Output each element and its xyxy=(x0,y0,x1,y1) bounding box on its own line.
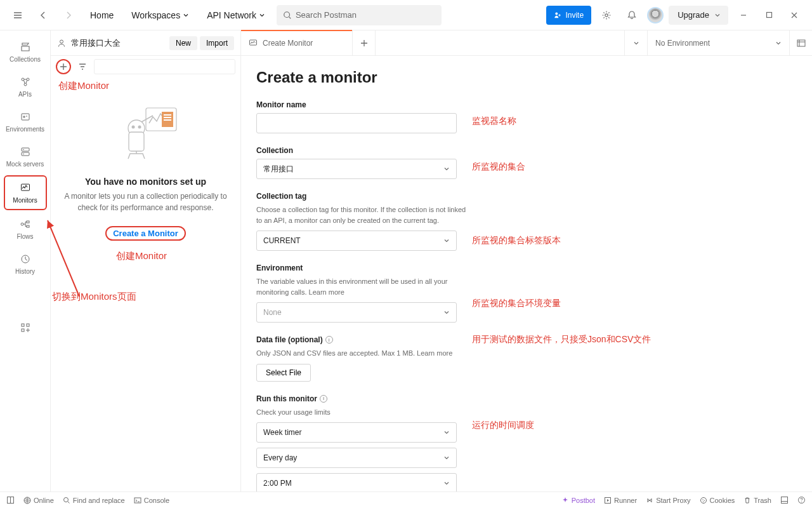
svg-point-28 xyxy=(138,126,141,129)
forward-icon[interactable] xyxy=(58,5,79,25)
new-button[interactable]: New xyxy=(169,36,197,50)
svg-point-43 xyxy=(801,502,802,502)
select-file-button[interactable]: Select File xyxy=(256,364,311,382)
svg-rect-31 xyxy=(797,40,805,46)
invite-label: Invite xyxy=(565,11,584,20)
svg-rect-7 xyxy=(22,114,29,120)
page-title: Create a monitor xyxy=(256,69,797,86)
sb-online[interactable]: Online xyxy=(23,497,54,504)
run-day-select[interactable]: Every day xyxy=(256,448,457,468)
sparkle-icon xyxy=(561,497,569,504)
search-placeholder: Search Postman xyxy=(296,10,357,20)
sidebar-item-flows[interactable]: Flows xyxy=(4,213,47,245)
sb-console-label: Console xyxy=(144,497,169,504)
chevron-down-icon xyxy=(443,309,450,316)
sidebar-item-apis[interactable]: APIs xyxy=(4,70,47,103)
sb-layout2-icon[interactable] xyxy=(780,496,789,504)
create-plus-icon[interactable] xyxy=(56,59,71,74)
sidebar-item-label: Flows xyxy=(16,233,33,240)
sb-postbot[interactable]: Postbot xyxy=(561,497,595,504)
topbar: Home Workspaces API Network Search Postm… xyxy=(0,0,812,30)
svg-rect-9 xyxy=(22,152,29,156)
filter-icon[interactable] xyxy=(76,60,89,73)
sidebar-item-mock-servers[interactable]: Mock servers xyxy=(4,140,47,173)
svg-point-34 xyxy=(63,497,68,502)
hamburger-icon[interactable] xyxy=(8,5,28,25)
sidebar-item-history[interactable]: History xyxy=(4,248,47,280)
add-tab-button[interactable] xyxy=(353,30,376,55)
environment-selector[interactable]: No Environment xyxy=(647,30,789,55)
workspace-header: 常用接口大全 New Import xyxy=(51,30,240,56)
upgrade-label: Upgrade xyxy=(678,10,709,20)
sb-proxy[interactable]: Start Proxy xyxy=(646,497,690,504)
run-day-value: Every day xyxy=(263,453,297,462)
import-button[interactable]: Import xyxy=(200,36,234,50)
sidebar-panel: 常用接口大全 New Import 创建Monitor You have no … xyxy=(51,30,241,491)
sb-cookies[interactable]: Cookies xyxy=(700,497,735,504)
sb-find[interactable]: Find and replace xyxy=(63,497,125,504)
run-time-select[interactable]: 2:00 PM xyxy=(256,473,457,491)
sidebar-item-collections[interactable]: Collections xyxy=(4,36,47,68)
svg-point-0 xyxy=(284,11,290,17)
environment-select[interactable]: None xyxy=(256,302,457,323)
annotation: 监视器名称 xyxy=(472,116,516,127)
collection-tag-label: Collection tag xyxy=(256,192,797,201)
tab-create-monitor[interactable]: Create Monitor xyxy=(241,30,353,55)
environment-quicklook-icon[interactable] xyxy=(789,30,812,55)
nav-workspaces[interactable]: Workspaces xyxy=(125,6,195,24)
tabs-dropdown[interactable] xyxy=(624,30,647,55)
run-time-value: 2:00 PM xyxy=(263,479,292,488)
run-timer-select[interactable]: Week timer xyxy=(256,422,457,443)
info-icon: i xyxy=(325,336,333,344)
search-input[interactable]: Search Postman xyxy=(277,5,442,25)
window-close-icon[interactable] xyxy=(784,5,804,25)
grid-plus-icon xyxy=(19,321,32,334)
sb-postbot-label: Postbot xyxy=(572,497,595,504)
collection-tag-select[interactable]: CURRENT xyxy=(256,231,457,251)
environment-hint: The variable values in this environment … xyxy=(256,276,472,297)
sb-runner-label: Runner xyxy=(614,497,637,504)
collection-label: Collection xyxy=(256,146,797,155)
trash-icon xyxy=(743,497,751,504)
create-monitor-link[interactable]: Create a Monitor xyxy=(113,229,178,238)
window-minimize-icon[interactable] xyxy=(733,5,754,25)
collection-select[interactable]: 常用接口 xyxy=(256,159,457,179)
sb-trash[interactable]: Trash xyxy=(743,497,771,504)
svg-point-37 xyxy=(700,497,706,503)
cookie-icon xyxy=(700,497,707,504)
svg-rect-14 xyxy=(27,221,29,223)
sb-trash-label: Trash xyxy=(754,497,771,504)
svg-rect-25 xyxy=(164,119,171,121)
sb-online-label: Online xyxy=(34,497,54,504)
search-icon xyxy=(283,11,292,20)
bell-icon[interactable] xyxy=(622,5,642,25)
workspace-title[interactable]: 常用接口大全 xyxy=(57,37,121,49)
sb-layout-icon[interactable] xyxy=(6,496,15,504)
window-maximize-icon[interactable] xyxy=(759,5,779,25)
filter-input[interactable] xyxy=(94,59,235,74)
annotation: 所监视的集合 xyxy=(472,161,525,173)
sb-help-icon[interactable] xyxy=(797,496,806,504)
sidebar-item-monitors[interactable]: Monitors xyxy=(4,175,47,210)
svg-rect-23 xyxy=(164,114,171,116)
svg-rect-29 xyxy=(129,132,144,151)
sb-console[interactable]: Console xyxy=(134,497,169,504)
sidebar-item-environments[interactable]: Environments xyxy=(4,105,47,138)
svg-rect-41 xyxy=(782,497,788,504)
back-icon[interactable] xyxy=(33,5,53,25)
svg-point-20 xyxy=(60,40,63,43)
sidebar-configure[interactable] xyxy=(4,316,47,339)
sb-runner[interactable]: Runner xyxy=(604,497,637,504)
upgrade-button[interactable]: Upgrade xyxy=(669,6,728,25)
nav-api-network[interactable]: API Network xyxy=(200,6,272,24)
monitor-name-input[interactable] xyxy=(256,113,457,133)
invite-button[interactable]: Invite xyxy=(546,6,591,25)
chevron-down-icon xyxy=(443,166,450,172)
svg-point-39 xyxy=(704,500,704,500)
nav-home[interactable]: Home xyxy=(84,6,120,24)
gear-icon[interactable] xyxy=(596,5,617,25)
content-area: Create Monitor No Environment Create a m… xyxy=(241,30,812,491)
avatar[interactable] xyxy=(647,7,664,23)
chevron-down-icon xyxy=(443,455,450,461)
sb-cookies-label: Cookies xyxy=(710,497,735,504)
